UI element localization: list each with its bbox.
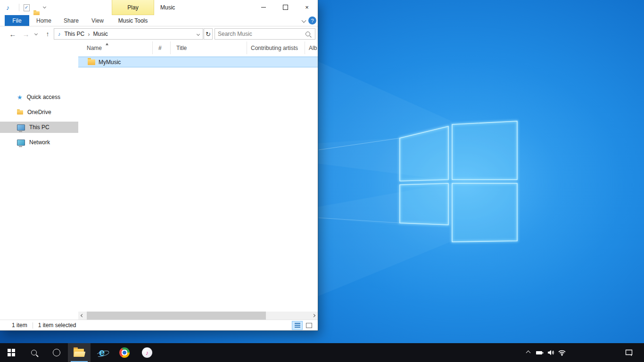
network-icon [17, 140, 25, 146]
internet-explorer-icon: e [99, 347, 105, 358]
maximize-button[interactable] [274, 0, 296, 15]
sidebar-item-label: This PC [29, 124, 50, 131]
column-label: Title [176, 45, 187, 51]
scroll-left-button[interactable] [78, 312, 86, 320]
tray-battery-button[interactable] [534, 343, 545, 362]
taskbar-search-button[interactable] [23, 343, 45, 362]
search-input[interactable] [215, 31, 305, 37]
qat-properties-icon[interactable]: ✓ [24, 4, 30, 11]
sort-ascending-icon [106, 43, 108, 45]
chevron-up-icon [526, 350, 530, 355]
scroll-right-button[interactable] [310, 312, 318, 320]
taskbar-itunes-button[interactable]: ♪ [136, 343, 158, 362]
sidebar-item-label: OneDrive [27, 109, 51, 115]
help-button[interactable]: ? [308, 16, 316, 25]
tab-view[interactable]: View [86, 15, 109, 26]
column-header-contributing-artists[interactable]: Contributing artists [247, 41, 305, 54]
tab-music-tools[interactable]: Music Tools [112, 15, 154, 26]
wifi-icon [558, 349, 566, 356]
recent-locations-chevron-icon[interactable] [34, 32, 38, 35]
search-icon [31, 350, 37, 355]
titlebar-separator [19, 4, 19, 11]
computer-icon [17, 124, 25, 131]
details-view-button[interactable] [292, 321, 303, 330]
minimize-button[interactable] [253, 0, 274, 15]
close-button[interactable]: × [296, 0, 318, 15]
horizontal-scrollbar[interactable] [78, 312, 318, 320]
column-label: Contributing artists [251, 45, 298, 51]
breadcrumb-separator-icon: › [85, 31, 92, 38]
column-label: Alb [309, 45, 317, 51]
tab-file[interactable]: File [5, 15, 29, 26]
caption-buttons: × [253, 0, 318, 15]
music-note-glyph: ♪ [146, 349, 149, 356]
desktop: ♪ ✓ Play Music × File Home Share View Mu… [0, 0, 644, 362]
refresh-button[interactable]: ↻ [204, 28, 213, 40]
tray-volume-button[interactable] [545, 343, 556, 362]
battery-icon [536, 349, 544, 356]
search-icon[interactable] [305, 32, 310, 36]
address-bar[interactable]: ♪ This PC › Music [54, 28, 203, 40]
action-center-button[interactable] [620, 343, 637, 362]
cortana-icon [53, 349, 60, 356]
address-dropdown-button[interactable] [193, 33, 203, 35]
ribbon-tab-row: File Home Share View Music Tools ? [0, 15, 318, 26]
tab-share[interactable]: Share [59, 15, 83, 26]
breadcrumb-this-pc[interactable]: This PC [64, 31, 86, 37]
check-glyph: ✓ [25, 5, 28, 10]
chevron-left-icon [81, 314, 84, 317]
window-title: Music [160, 0, 175, 15]
taskbar-file-explorer-button[interactable] [68, 343, 91, 362]
action-center-icon [625, 349, 633, 356]
contextual-caption-play[interactable]: Play [112, 0, 154, 15]
itunes-icon: ♪ [142, 347, 152, 358]
window-body: ★ Quick access OneDrive This PC Network [0, 41, 318, 320]
minimize-icon [261, 7, 266, 8]
sidebar-item-label: Network [29, 139, 50, 146]
selection-count: 1 item selected [38, 322, 76, 329]
back-button[interactable]: ← [8, 26, 18, 41]
qat-customize-chevron-icon[interactable] [43, 5, 46, 8]
star-icon: ★ [17, 94, 23, 100]
file-explorer-icon [74, 349, 85, 357]
close-icon: × [305, 4, 309, 11]
tab-home[interactable]: Home [32, 15, 56, 26]
file-row-mymusic-selected[interactable]: MyMusic [78, 57, 318, 67]
start-button[interactable] [0, 343, 23, 362]
tray-empty-area [568, 343, 620, 362]
column-label: # [158, 45, 162, 51]
large-icons-view-button[interactable] [304, 321, 314, 330]
status-bar: 1 item 1 item selected [0, 320, 318, 330]
forward-button[interactable]: → [21, 26, 31, 41]
music-note-icon: ♪ [6, 4, 9, 11]
column-header-album[interactable]: Alb [305, 41, 318, 54]
windows-logo-icon [8, 349, 15, 356]
cortana-button[interactable] [45, 343, 68, 362]
scrollbar-thumb[interactable] [87, 312, 266, 320]
column-header-name[interactable]: Name [78, 41, 153, 54]
sidebar-item-this-pc[interactable]: This PC [0, 122, 78, 133]
sidebar-item-network[interactable]: Network [0, 137, 78, 148]
taskbar-chrome-button[interactable] [113, 343, 136, 362]
column-label: Name [87, 45, 102, 51]
sidebar-item-quick-access[interactable]: ★ Quick access [0, 91, 78, 103]
tray-network-button[interactable] [556, 343, 568, 362]
sidebar-item-onedrive[interactable]: OneDrive [0, 107, 78, 118]
speaker-icon [547, 349, 554, 356]
expand-ribbon-chevron-icon[interactable] [302, 18, 306, 23]
navigation-pane: ★ Quick access OneDrive This PC Network [0, 41, 78, 320]
sidebar-item-label: Quick access [27, 94, 60, 100]
taskbar-internet-explorer-button[interactable]: e [91, 343, 113, 362]
column-header-title[interactable]: Title [171, 41, 247, 54]
tray-show-hidden-icons-button[interactable] [522, 343, 534, 362]
titlebar: ♪ ✓ Play Music × [0, 0, 318, 15]
chrome-icon [119, 347, 130, 358]
chevron-right-icon [312, 314, 315, 317]
breadcrumb-music[interactable]: Music [92, 31, 109, 37]
address-row: ← → ↑ ♪ This PC › Music ↻ [0, 26, 318, 42]
column-header-number[interactable]: # [153, 41, 171, 54]
taskbar: e ♪ [0, 343, 644, 362]
up-button[interactable]: ↑ [42, 26, 53, 41]
status-divider [33, 322, 33, 329]
maximize-icon [283, 5, 288, 10]
